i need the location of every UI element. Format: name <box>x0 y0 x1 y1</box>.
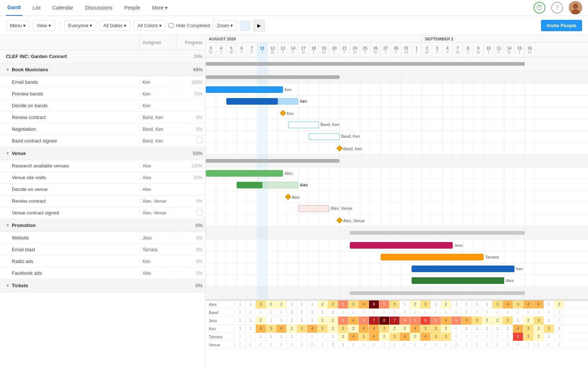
task-review-contract-musicians: Review contract Band, Ken 0% <box>0 112 205 123</box>
invite-button[interactable]: Invite People <box>541 20 582 31</box>
workload-row-band: Band00000111110000000000000000000000 <box>206 309 588 317</box>
col-name-header <box>0 35 139 50</box>
month-august: AUGUST 2020 <box>206 35 422 42</box>
day-cell-9: 17M <box>298 43 309 57</box>
menu-button[interactable]: Menu ▾ <box>6 20 30 31</box>
day-cell-10: 18T <box>309 43 319 57</box>
task-review-contract-venue: Review contract Alex, Venue 0% <box>0 195 205 207</box>
nav-calendar[interactable]: Calendar <box>51 0 75 16</box>
task-venue-visits: Venue site visits Alex 50% <box>0 172 205 184</box>
day-cell-13: 21F <box>340 43 350 57</box>
group-venue[interactable]: ▼ Venue 50% <box>0 147 205 160</box>
table-body: CLEF INC: Garden Concert 24% ▼ Book Musi… <box>0 50 205 368</box>
view-button[interactable]: View ▾ <box>33 20 55 31</box>
day-cell-4: 7F <box>247 43 257 57</box>
gantt-panel[interactable]: AUGUST 2020 SEPTEMBER 2 3M4T5W6T7F11T12W… <box>206 35 588 368</box>
task-venue-contract: Venue contract signed Alex, Venue <box>0 207 205 219</box>
nav-right: ⏱ ? <box>534 1 582 14</box>
svg-point-1 <box>573 4 578 9</box>
day-cell-6: 12W <box>268 43 278 57</box>
workload-row-ken: Ken11434234323244322433201111143231 <box>206 325 588 333</box>
day-cell-7: 13T <box>278 43 288 57</box>
day-cell-21: 2W <box>422 43 432 57</box>
task-research-venues: Research available venues Alex 100% <box>0 160 205 172</box>
day-cell-12: 20T <box>329 43 340 57</box>
hide-completed-label[interactable]: Hide Completed <box>169 23 210 28</box>
group-tickets[interactable]: ▼ Tickets 0% <box>0 279 205 292</box>
table-header: Assigned Progress <box>0 35 205 50</box>
day-cell-31: 16W <box>525 43 535 57</box>
hide-completed-checkbox[interactable] <box>169 23 173 28</box>
group-promotion[interactable]: ▼ Promotion 0% <box>0 219 205 232</box>
project-progress: 24% <box>176 54 205 59</box>
help-icon[interactable]: ? <box>551 2 563 14</box>
task-negotiation: Negotiation Band, Ken 0% <box>0 123 205 135</box>
day-cell-5: 11T <box>257 43 268 57</box>
day-cell-1: 4T <box>216 43 226 57</box>
task-email-blast: Email blast Tamara 0% <box>0 244 205 256</box>
export-button[interactable]: ▶ <box>253 20 265 32</box>
day-cell-2: 5W <box>226 43 237 57</box>
day-cell-27: 10T <box>484 43 494 57</box>
day-cell-29: 14M <box>504 43 514 57</box>
day-cell-17: 27T <box>381 43 391 57</box>
group-book-musicians[interactable]: ▼ Book Musicians 49% <box>0 63 205 76</box>
task-decide-bands: Decide on bands Ken <box>0 100 205 112</box>
zoom-button[interactable]: Zoom ▾ <box>213 20 237 31</box>
avatar[interactable] <box>569 1 582 14</box>
workload-section: Alex11322111235348531231211113434412Band… <box>206 300 588 349</box>
workload-row-tamara: Tamara00111100012434234243300000063210 <box>206 333 588 341</box>
nav-more[interactable]: More ▾ <box>150 0 169 16</box>
toolbar: Menu ▾ View ▾ Everyone ▾ All Dates ▾ All… <box>0 16 588 35</box>
nav-gantt[interactable]: Gantt <box>6 0 22 16</box>
main-content: Assigned Progress CLEF INC: Garden Conce… <box>0 35 588 368</box>
nav-list[interactable]: List <box>31 0 42 16</box>
day-cell-16: 26W <box>370 43 381 57</box>
task-decide-venue: Decide on venue Alex <box>0 184 205 195</box>
day-cell-8: 14F <box>288 43 298 57</box>
left-panel: Assigned Progress CLEF INC: Garden Conce… <box>0 35 206 368</box>
task-preview-bands: Preview bands Ken 75% <box>0 88 205 100</box>
workload-row-jess: Jess11211111225457875565454322312310 <box>206 317 588 325</box>
zoom-indicator <box>240 21 250 31</box>
project-row: CLEF INC: Garden Concert 24% <box>0 50 205 63</box>
task-facebook-ads: Facebook ads Alex 0% <box>0 267 205 279</box>
workload-row-venue: Venue00000000011000000000000000000000 <box>206 341 588 349</box>
day-cell-3: 6T <box>237 43 247 57</box>
day-cell-18: 28F <box>391 43 401 57</box>
col-progress-header: Progress <box>176 35 205 50</box>
all-dates-button[interactable]: All Dates ▾ <box>99 20 130 31</box>
day-cell-23: 4F <box>442 43 453 57</box>
month-september: SEPTEMBER 2 <box>422 35 588 42</box>
project-name: CLEF INC: Garden Concert <box>0 54 139 59</box>
task-email-bands: Email bands Ken 100% <box>0 76 205 88</box>
day-cell-25: 8T <box>463 43 473 57</box>
task-radio-ads: Radio ads Ken 0% <box>0 256 205 267</box>
day-cell-30: 15T <box>514 43 525 57</box>
day-cell-15: 25T <box>360 43 370 57</box>
day-cell-14: 24M <box>350 43 360 57</box>
day-cell-22: 3T <box>432 43 442 57</box>
gantt-body: KenKenKenKenBand, KenBand, KenBand, KenA… <box>206 57 588 300</box>
day-cell-11: 19W <box>319 43 329 57</box>
nav-discussions[interactable]: Discussions <box>83 0 114 16</box>
all-colors-button[interactable]: All Colors ▾ <box>133 20 166 31</box>
day-cell-0: 3M <box>206 43 216 57</box>
gantt-header: AUGUST 2020 SEPTEMBER 2 3M4T5W6T7F11T12W… <box>206 35 588 57</box>
col-assigned-header: Assigned <box>139 35 176 50</box>
workload-row-alex: Alex11322111235348531231211113434412 <box>206 300 588 309</box>
everyone-button[interactable]: Everyone ▾ <box>64 20 97 31</box>
top-nav: Gantt List Calendar Discussions People M… <box>0 0 588 16</box>
day-cell-28: 11F <box>494 43 504 57</box>
day-cell-24: 7M <box>453 43 463 57</box>
day-cell-26: 9W <box>473 43 484 57</box>
day-cell-19: 31M <box>401 43 412 57</box>
day-cell-20: 1T <box>412 43 422 57</box>
nav-people[interactable]: People <box>123 0 142 16</box>
timer-icon[interactable]: ⏱ <box>534 2 545 14</box>
day-row: 3M4T5W6T7F11T12W13T14F17M18T19W20T21F24M… <box>206 43 588 57</box>
task-band-contract: Band contract signed Band, Ken <box>0 135 205 147</box>
task-website: Website Jess 0% <box>0 232 205 244</box>
